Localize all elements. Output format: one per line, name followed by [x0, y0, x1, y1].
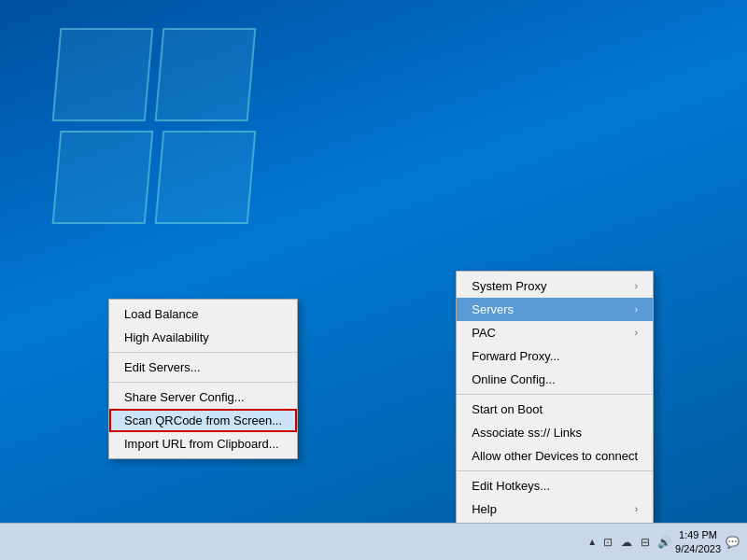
menu-item-high-availability[interactable]: High Availability [109, 326, 297, 349]
sub-separator-1 [109, 352, 297, 353]
menu-item-pac[interactable]: PAC › [457, 321, 653, 344]
main-context-menu: System Proxy › Servers › PAC › Forward P… [456, 271, 654, 554]
taskbar-notification-icon[interactable]: 💬 [725, 535, 740, 550]
menu-item-scan-qr[interactable]: Scan QRCode from Screen... [109, 409, 297, 432]
menu-item-edit-servers[interactable]: Edit Servers... [109, 356, 297, 379]
servers-submenu: Load Balance High Availability Edit Serv… [108, 299, 298, 459]
menu-item-share-server[interactable]: Share Server Config... [109, 385, 297, 409]
logo-pane-bottomright [155, 131, 257, 224]
arrow-icon: › [635, 281, 638, 291]
menu-item-help[interactable]: Help › [457, 497, 653, 521]
sub-separator-2 [109, 382, 297, 383]
taskbar-cloud-icon: ☁ [619, 535, 634, 550]
desktop: System Proxy › Servers › PAC › Forward P… [0, 0, 747, 560]
taskbar-monitor-icon: ⊟ [638, 535, 653, 550]
menu-item-online-config[interactable]: Online Config... [457, 368, 653, 391]
menu-item-load-balance[interactable]: Load Balance [109, 302, 297, 326]
windows-logo [56, 28, 261, 233]
chevron-up-icon[interactable]: ▲ [587, 537, 597, 547]
arrow-icon: › [635, 504, 638, 514]
menu-item-system-proxy[interactable]: System Proxy › [457, 274, 653, 298]
taskbar-volume-icon[interactable]: 🔊 [656, 535, 671, 550]
logo-pane-topleft [52, 28, 154, 121]
taskbar: ▲ ⊡ ☁ ⊟ 🔊 1:49 PM 9/24/2023 💬 [0, 523, 747, 560]
logo-pane-bottomleft [52, 131, 154, 224]
separator-1 [457, 394, 653, 395]
taskbar-clock[interactable]: 1:49 PM 9/24/2023 [675, 528, 721, 555]
menu-item-edit-hotkeys[interactable]: Edit Hotkeys... [457, 474, 653, 497]
taskbar-time-display: 1:49 PM [679, 528, 717, 541]
taskbar-network-icon: ⊡ [600, 535, 615, 550]
separator-2 [457, 470, 653, 471]
arrow-icon: › [635, 304, 638, 315]
menu-item-allow-other[interactable]: Allow other Devices to connect [457, 444, 653, 468]
menu-item-associate-ss[interactable]: Associate ss:// Links [457, 421, 653, 444]
menu-item-start-on-boot[interactable]: Start on Boot [457, 398, 653, 421]
menu-item-servers[interactable]: Servers › [457, 298, 653, 321]
arrow-icon: › [635, 328, 638, 338]
menu-item-import-url[interactable]: Import URL from Clipboard... [109, 432, 297, 455]
taskbar-system-icons: ▲ ⊡ ☁ ⊟ 🔊 [587, 535, 671, 550]
taskbar-date-display: 9/24/2023 [675, 542, 721, 555]
menu-item-forward-proxy[interactable]: Forward Proxy... [457, 344, 653, 368]
logo-pane-topright [155, 28, 257, 121]
